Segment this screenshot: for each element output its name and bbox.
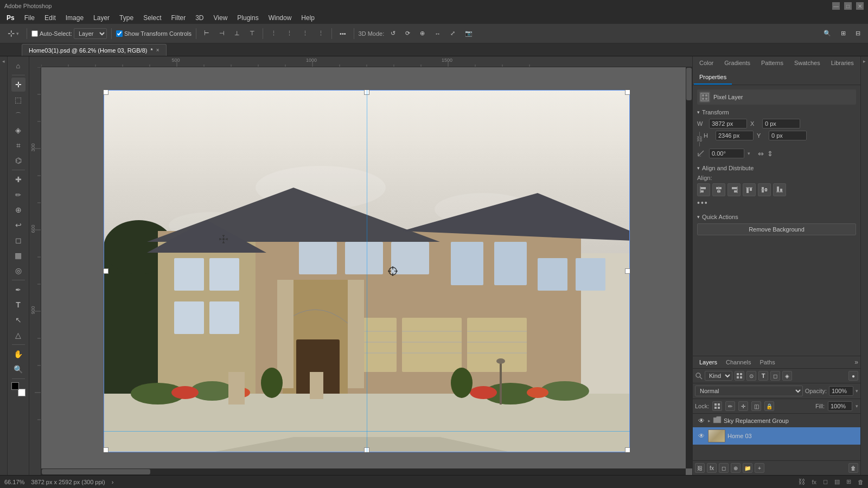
shape-tool[interactable]: △ xyxy=(11,328,25,342)
minimize-btn[interactable]: — xyxy=(832,2,840,10)
align-middle-h-btn[interactable] xyxy=(758,183,771,196)
status-arrow[interactable]: › xyxy=(112,479,114,485)
distribute-left-btn[interactable]: ⋮ xyxy=(267,27,280,41)
path-select-tool[interactable]: ↖ xyxy=(11,313,25,327)
flip-horizontal-btn[interactable]: ⇔ xyxy=(758,150,764,158)
trash-icon[interactable]: 🗑 xyxy=(858,479,864,485)
menu-select[interactable]: Select xyxy=(139,13,165,23)
layer-item-home03[interactable]: 👁 Home 03 xyxy=(693,427,860,445)
layer-btn[interactable]: ▤ xyxy=(834,478,840,485)
comp-btn[interactable]: ⊞ xyxy=(846,478,851,485)
filter-shape-btn[interactable]: ◻ xyxy=(770,371,780,381)
link-icon[interactable]: ⛓ xyxy=(798,478,805,486)
3d-camera-btn[interactable]: 📷 xyxy=(462,27,476,41)
tab-layers[interactable]: Layers xyxy=(695,356,722,368)
filter-pixel-btn[interactable] xyxy=(735,371,744,381)
eyedropper-tool[interactable]: ⌬ xyxy=(11,153,25,168)
menu-help[interactable]: Help xyxy=(297,13,319,23)
w-input[interactable] xyxy=(709,119,747,129)
layer-vis-home03[interactable]: 👁 xyxy=(697,432,706,440)
brush-tool[interactable]: ✏ xyxy=(11,188,25,202)
menu-edit[interactable]: Edit xyxy=(40,13,60,23)
y-input[interactable] xyxy=(769,131,807,140)
select-tool[interactable]: ⬚ xyxy=(11,93,25,107)
angle-input[interactable] xyxy=(709,149,744,158)
clone-tool[interactable]: ⊕ xyxy=(11,203,25,217)
opacity-input[interactable]: 100% xyxy=(829,386,853,396)
canvas-image[interactable] xyxy=(104,90,630,452)
mask-icon[interactable]: ◻ xyxy=(823,478,828,485)
lock-position-btn[interactable]: ✛ xyxy=(738,401,748,411)
arrange-btn[interactable]: ⊞ xyxy=(838,27,849,41)
menu-filter[interactable]: Filter xyxy=(167,13,190,23)
layer-vis-sky[interactable]: 👁 xyxy=(697,416,706,425)
create-group-btn[interactable]: 📁 xyxy=(743,463,752,473)
add-fx-btn[interactable]: fx xyxy=(707,463,717,473)
vertical-scrollbar[interactable] xyxy=(686,67,692,468)
add-adjustment-btn[interactable]: ⊕ xyxy=(731,463,741,473)
align-left-edges-btn[interactable] xyxy=(697,183,710,196)
zoom-tool[interactable]: 🔍 xyxy=(11,362,25,376)
align-right-btn[interactable]: ⊥ xyxy=(231,27,243,41)
create-layer-btn[interactable]: + xyxy=(755,463,764,473)
h-scroll-thumb[interactable] xyxy=(42,469,150,474)
history-brush[interactable]: ↩ xyxy=(11,218,25,232)
blend-mode-select[interactable]: Normal Multiply Screen Overlay xyxy=(695,386,803,396)
menu-file[interactable]: File xyxy=(20,13,39,23)
filter-adjustment-btn[interactable]: ⊙ xyxy=(746,371,756,381)
search-btn[interactable]: 🔍 xyxy=(820,27,834,41)
align-center-v-btn[interactable] xyxy=(712,183,725,196)
text-tool[interactable]: T xyxy=(11,298,25,312)
auto-select-dropdown[interactable]: Layer Group xyxy=(74,28,107,39)
tab-libraries[interactable]: Libraries xyxy=(826,56,859,70)
tab-color[interactable]: Color xyxy=(694,56,719,70)
gradient-tool[interactable]: ▦ xyxy=(11,248,25,262)
align-right-edges-btn[interactable] xyxy=(727,183,741,196)
filter-kind-select[interactable]: Kind xyxy=(705,371,732,381)
quick-select-tool[interactable]: ◈ xyxy=(11,123,25,137)
3d-pan-btn[interactable]: ⟳ xyxy=(402,27,413,41)
horizontal-scrollbar[interactable] xyxy=(41,468,686,475)
flip-vertical-btn[interactable]: ⇕ xyxy=(767,150,773,158)
quick-actions-header[interactable]: ▾ Quick Actions xyxy=(697,214,856,220)
tab-paths[interactable]: Paths xyxy=(756,356,780,368)
left-collapse-btn[interactable]: ◂ xyxy=(2,59,5,64)
move-tool[interactable]: ✛ xyxy=(11,78,25,92)
maximize-btn[interactable]: □ xyxy=(844,2,852,10)
fill-dropdown[interactable]: ▾ xyxy=(856,403,858,409)
add-mask-btn[interactable]: ◻ xyxy=(719,463,729,473)
align-top-edges-btn[interactable] xyxy=(743,183,756,196)
lock-all-btn[interactable]: 🔒 xyxy=(764,401,774,411)
auto-select-checkbox[interactable] xyxy=(31,30,38,37)
right-collapse-btn[interactable]: ▸ xyxy=(863,59,866,64)
tab-patterns[interactable]: Patterns xyxy=(756,56,789,70)
menu-view[interactable]: View xyxy=(209,13,232,23)
move-tool-btn[interactable]: ⊹ ▾ xyxy=(4,27,22,41)
crop-tool[interactable]: ⌗ xyxy=(11,138,25,152)
angle-dropdown[interactable]: ▾ xyxy=(748,151,750,156)
distribute-center-btn[interactable]: ⋮ xyxy=(283,27,296,41)
tab-gradients[interactable]: Gradients xyxy=(719,56,756,70)
align-more-btn[interactable]: ••• xyxy=(697,198,856,207)
align-left-btn[interactable]: ⊢ xyxy=(201,27,213,41)
x-input[interactable] xyxy=(762,119,800,129)
3d-scale-btn[interactable]: ⤢ xyxy=(447,27,458,41)
layer-group-sky[interactable]: 👁 ▸ Sky Replacement Group xyxy=(693,414,860,427)
layers-expand-btn[interactable]: » xyxy=(854,358,858,366)
background-color[interactable] xyxy=(18,389,25,396)
filter-type-btn[interactable]: T xyxy=(758,371,768,381)
workspace-btn[interactable]: ⊟ xyxy=(852,27,864,41)
hand-tool[interactable]: ✋ xyxy=(11,347,25,361)
transform-controls-checkbox[interactable] xyxy=(116,30,123,37)
distribute-more-btn[interactable]: ⋮ xyxy=(315,27,327,41)
tab-channels[interactable]: Channels xyxy=(722,356,755,368)
v-scroll-thumb[interactable] xyxy=(686,68,692,100)
align-justify-btn[interactable]: ⊤ xyxy=(246,27,258,41)
foreground-color[interactable] xyxy=(11,382,19,390)
lock-pixels-btn[interactable] xyxy=(712,401,722,411)
fill-input[interactable]: 100% xyxy=(828,401,852,411)
transform-header[interactable]: ▾ Transform xyxy=(697,109,856,115)
menu-layer[interactable]: Layer xyxy=(89,13,114,23)
tab-swatches[interactable]: Swatches xyxy=(789,56,826,70)
pen-tool[interactable]: ✒ xyxy=(11,282,25,297)
